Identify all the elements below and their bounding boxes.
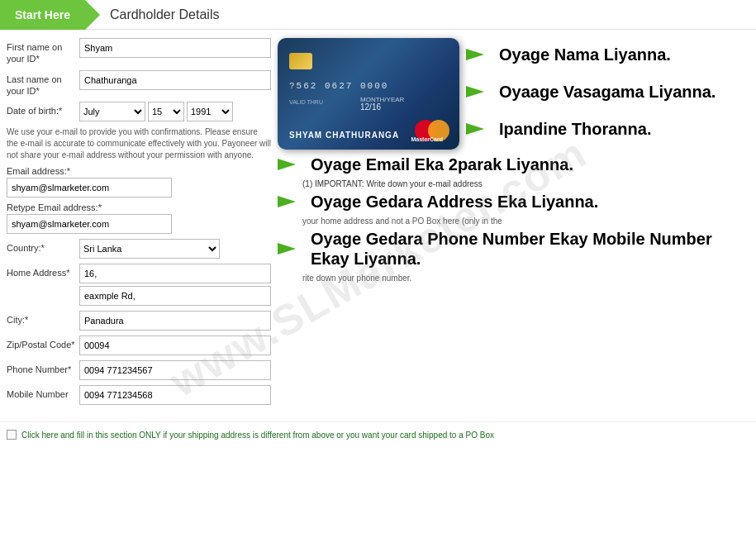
name-arrow xyxy=(466,45,492,64)
last-name-row: Last name on your ID* xyxy=(7,70,271,98)
dob-annotation-text: Ipandine Thoranna. xyxy=(499,119,651,139)
home-address-label: Home Address* xyxy=(7,264,79,278)
mastercard-label: MasterCard xyxy=(411,136,443,142)
email-arrow xyxy=(278,155,304,174)
card-number: ?562 0627 0000 xyxy=(289,81,388,91)
dob-arrow xyxy=(466,120,492,138)
first-name-row: First name on your ID* xyxy=(7,38,271,65)
mobile-input[interactable] xyxy=(79,385,271,405)
name-annotation-text: Oyage Nama Liyanna. xyxy=(499,45,671,64)
svg-marker-5 xyxy=(278,243,296,255)
first-name-control xyxy=(79,38,271,58)
main-content: First name on your ID* Last name on your… xyxy=(0,30,756,418)
svg-marker-0 xyxy=(466,49,484,60)
zip-control xyxy=(79,336,271,355)
email-notice-text: We use your e-mail to provide you with c… xyxy=(7,126,271,161)
mobile-control xyxy=(79,385,271,405)
country-control: Sri Lanka xyxy=(79,239,271,259)
phone-annotation-text: Oyage Gedara Phone Number Ekay Mobile Nu… xyxy=(311,229,749,269)
card-valid-thru-label: VALID THRU xyxy=(289,99,323,105)
name-annotation-row: Oyage Nama Liyanna. xyxy=(466,45,749,64)
surname-arrow xyxy=(466,83,492,101)
first-name-label: First name on your ID* xyxy=(7,38,79,65)
country-select[interactable]: Sri Lanka xyxy=(79,239,220,259)
address-note: your home address and not a PO Box here … xyxy=(302,217,749,226)
phone-arrow xyxy=(278,240,304,258)
home-address-line2-input[interactable] xyxy=(79,286,271,306)
page-title: Cardholder Details xyxy=(100,7,220,22)
cardholder-form: First name on your ID* Last name on your… xyxy=(7,38,271,410)
phone-input[interactable] xyxy=(79,360,271,380)
zip-label: Zip/Postal Code* xyxy=(7,336,79,350)
dob-label: Date of birth:* xyxy=(7,102,79,117)
dob-day-select[interactable]: 15 xyxy=(148,102,184,121)
retype-email-label: Retype Email address:* xyxy=(7,202,271,212)
phone-control xyxy=(79,360,271,380)
surname-annotation-row: Oyaage Vasagama Liyanna. xyxy=(466,82,749,102)
address-annotation-block: Oyage Gedara Address Eka Liyanna. your h… xyxy=(278,192,749,226)
first-name-input[interactable] xyxy=(79,38,271,58)
name-annotations: Oyage Nama Liyanna. Oyaage Vasagama Liya… xyxy=(466,38,749,150)
svg-marker-2 xyxy=(466,123,484,135)
city-label: City:* xyxy=(7,311,79,326)
dob-annotation-row: Ipandine Thoranna. xyxy=(466,119,749,139)
country-label: Country:* xyxy=(7,239,79,254)
mastercard-logo: MasterCard xyxy=(415,120,449,141)
shipping-checkbox[interactable] xyxy=(7,430,17,440)
start-here-button[interactable]: Start Here xyxy=(0,0,85,30)
phone-note: rite down your phone number. xyxy=(302,274,749,283)
phone-label: Phone Number* xyxy=(7,360,79,375)
card-cardholder-name: SHYAM CHATHURANGA xyxy=(289,131,399,140)
zip-input[interactable] xyxy=(79,336,271,355)
retype-email-input[interactable] xyxy=(7,214,172,234)
svg-marker-3 xyxy=(278,159,296,170)
card-date: 12/16 xyxy=(360,102,381,112)
svg-marker-1 xyxy=(466,86,484,98)
email-annotation-text: Oyage Email Eka 2parak Liyanna. xyxy=(311,155,573,174)
dob-control: January February March April May June Ju… xyxy=(79,102,271,121)
country-row: Country:* Sri Lanka xyxy=(7,239,271,259)
mobile-label: Mobile Number xyxy=(7,385,79,400)
dob-year-select[interactable]: 1991 xyxy=(187,102,233,121)
shipping-checkbox-label: Click here and fill in this section ONLY… xyxy=(21,429,494,441)
city-row: City:* xyxy=(7,311,271,331)
phone-annotation-block: Oyage Gedara Phone Number Ekay Mobile Nu… xyxy=(278,229,749,283)
card-chip xyxy=(289,53,312,69)
surname-annotation-text: Oyaage Vasagama Liyanna. xyxy=(499,82,716,102)
email-important-note: (1) IMPORTANT: Write down your e-mail ad… xyxy=(302,179,749,188)
email-annotation-block: Oyage Email Eka 2parak Liyanna. (1) IMPO… xyxy=(278,155,749,188)
address-annotation-row: Oyage Gedara Address Eka Liyanna. xyxy=(278,192,749,212)
credit-card-image: ?562 0627 0000 VALID THRU MONTH/YEAR 12/… xyxy=(278,38,459,150)
page-header: Start Here Cardholder Details xyxy=(0,0,756,30)
last-name-input[interactable] xyxy=(79,70,271,90)
last-name-label: Last name on your ID* xyxy=(7,70,79,98)
city-control xyxy=(79,311,271,331)
shipping-address-section: Click here and fill in this section ONLY… xyxy=(0,421,756,448)
svg-marker-4 xyxy=(278,196,296,207)
phone-annotation-row: Oyage Gedara Phone Number Ekay Mobile Nu… xyxy=(278,229,749,269)
home-address-line1-input[interactable] xyxy=(79,264,271,283)
annotations-area: ?562 0627 0000 VALID THRU MONTH/YEAR 12/… xyxy=(271,38,749,410)
dob-row: Date of birth:* January February March A… xyxy=(7,102,271,121)
city-input[interactable] xyxy=(79,311,271,331)
address-arrow xyxy=(278,193,304,211)
home-address-control xyxy=(79,264,271,306)
email-label: Email address:* xyxy=(7,166,271,176)
home-address-row: Home Address* xyxy=(7,264,271,306)
zip-row: Zip/Postal Code* xyxy=(7,336,271,355)
email-annotation-row: Oyage Email Eka 2parak Liyanna. xyxy=(278,155,749,174)
dob-month-select[interactable]: January February March April May June Ju… xyxy=(79,102,145,121)
email-input[interactable] xyxy=(7,178,172,197)
header-arrow-separator xyxy=(85,0,100,30)
address-annotation-text: Oyage Gedara Address Eka Liyanna. xyxy=(311,192,598,212)
mobile-row: Mobile Number xyxy=(7,385,271,405)
phone-row: Phone Number* xyxy=(7,360,271,380)
last-name-control xyxy=(79,70,271,90)
